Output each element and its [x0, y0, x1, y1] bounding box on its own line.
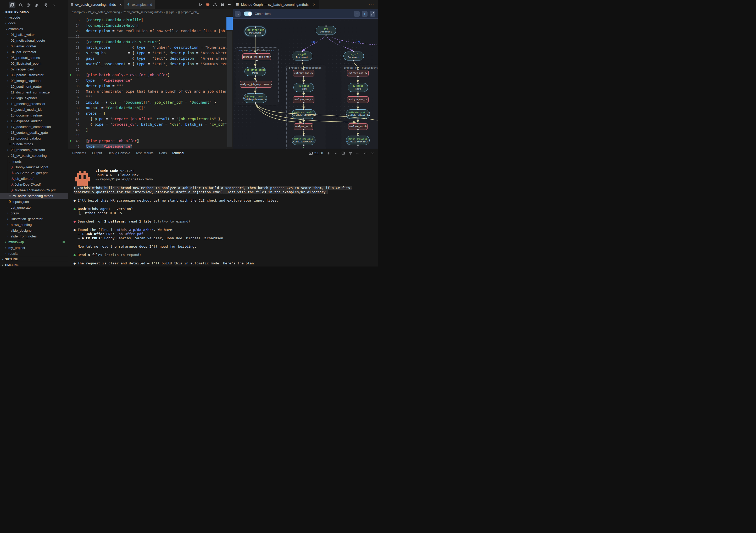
tree-item-john-doe-cv-pdf[interactable]: 人John-Doe-CV.pdf: [0, 181, 68, 187]
run-debug-icon[interactable]: [34, 2, 40, 8]
tree-item-21-cv-batch-screening[interactable]: ⌄21_cv_batch_screening: [0, 153, 68, 158]
close-icon[interactable]: [371, 151, 374, 155]
graph-node-match_analysis[interactable]: match_analysisCandidateMatch: [292, 136, 315, 145]
code-line-32[interactable]: 32: [68, 67, 227, 72]
code-line-45[interactable]: 45[pipe.prepare_job_offer]: [68, 138, 227, 144]
controllers-toggle[interactable]: [244, 12, 252, 16]
terminal[interactable]: Claude Code v2.1.68 Opus 4.6 · Claude Ma…: [68, 157, 378, 267]
split-icon[interactable]: [341, 151, 345, 155]
code-line-26[interactable]: 26: [68, 34, 227, 39]
more-icon[interactable]: [356, 151, 360, 155]
tree-item-16-expense-auditor[interactable]: ›16_expense_auditor: [0, 118, 68, 124]
panel-tab-test-results[interactable]: Test Results: [133, 149, 155, 157]
graph-node-cv_pages[interactable]: cv_pagesPage: [293, 83, 314, 92]
more-icon[interactable]: [228, 3, 232, 7]
code-line-40[interactable]: 40steps = [: [68, 111, 227, 116]
tree-item-bundle-mthds[interactable]: ☰bundle.mthds: [0, 141, 68, 147]
tree-item-results[interactable]: ›results: [0, 251, 68, 256]
search-icon[interactable]: [17, 2, 24, 8]
tree-item-08-parallel-translator[interactable]: ›08_parallel_translator: [0, 72, 68, 78]
tree-item-06-illustrated-poem[interactable]: ›06_illustrated_poem: [0, 61, 68, 66]
terminal-icon[interactable]: 2.1.68: [309, 151, 323, 155]
graph-canvas[interactable]: prepare_job_offerPipeSequenceprocess_cvP…: [233, 18, 378, 149]
chevron-down-icon[interactable]: [334, 151, 338, 155]
tree-item-cv-batch-screening-mthds[interactable]: ☰cv_batch_screening.mthds: [0, 193, 68, 199]
graph-tab[interactable]: ☰ Method Graph — cv_batch_screening.mthd…: [233, 0, 319, 9]
arrow-right-icon[interactable]: →: [235, 11, 241, 17]
code-line-46[interactable]: 46type = "PipeSequence": [68, 144, 227, 149]
panel-tab-problems[interactable]: Problems: [70, 149, 88, 157]
graph-node-job_offer_pages[interactable]: job_offer_pagesPage: [245, 67, 266, 76]
graph-node-cv_pages[interactable]: cv_pagesPage: [348, 83, 368, 92]
tree-item-slide-from-notes[interactable]: ›slide_from_notes: [0, 233, 68, 239]
code-line-42[interactable]: 42 { pipe = "process_cv", batch_over = "…: [68, 122, 227, 127]
files-icon[interactable]: [9, 2, 15, 8]
tree-item-mthds-wip[interactable]: ›mthds-wip: [0, 239, 68, 245]
tab-examples-md[interactable]: examples.md: [124, 0, 155, 9]
tree-item-14-social-media-kit[interactable]: ›14_social_media_kit: [0, 107, 68, 112]
tree-item-17-document-comparison[interactable]: ›17_document_comparison: [0, 124, 68, 130]
graph-node-job_offer_pdf[interactable]: job_offer_pdfDocument: [245, 27, 265, 36]
close-icon[interactable]: ✕: [313, 3, 316, 7]
panel-tab-output[interactable]: Output: [90, 149, 104, 157]
zoom-in-button[interactable]: +: [362, 11, 367, 17]
tree-item-job-offer-pdf[interactable]: 人job_offer.pdf: [0, 176, 68, 181]
code-line-39[interactable]: 39output = "CandidateMatch[]": [68, 105, 227, 111]
breadcrumb-item[interactable]: {}pipe: [166, 11, 175, 13]
code-line-44[interactable]: 44: [68, 133, 227, 138]
breadcrumb-item[interactable]: {}prepare_job_: [178, 11, 199, 13]
code-line-25[interactable]: 25description = "An evaluation of how we…: [68, 28, 227, 34]
breadcrumb-item[interactable]: ☰cv_batch_screening.mthds: [123, 11, 163, 13]
tab-cv-batch-screening-mthds[interactable]: ☰cv_batch_screening.mthds✕: [68, 0, 124, 9]
tree-item-02-motivational-quote[interactable]: ›02_motivational_quote: [0, 38, 68, 43]
outline-section[interactable]: › OUTLINE: [0, 256, 68, 262]
plus-icon[interactable]: [327, 151, 330, 155]
breadcrumb[interactable]: examples›21_cv_batch_screening›☰cv_batch…: [68, 9, 233, 15]
code-line-24[interactable]: 24[concept.CandidateMatch]: [68, 23, 227, 28]
trash-icon[interactable]: [349, 151, 352, 155]
graph-node-cv_pdf[interactable]: cv_pdfDocument: [343, 52, 364, 61]
tree-item-19-product-catalog[interactable]: ⌄19_product_catalog: [0, 135, 68, 141]
tree-item-09-image-captioner[interactable]: ›09_image_captioner: [0, 78, 68, 84]
code-line-28[interactable]: 28match_score = { type = "number", descr…: [68, 45, 227, 50]
graph-node-job_requirements[interactable]: job_requirementsJobRequirements: [243, 93, 267, 103]
panel-tab-debug-console[interactable]: Debug Console: [105, 149, 132, 157]
tree-item-illustration-generator[interactable]: ›illustration_generator: [0, 216, 68, 222]
graph-node-candidate_profile[interactable]: candidate_profileCandidateProfile: [292, 109, 316, 119]
timeline-section[interactable]: › TIMELINE: [0, 262, 68, 267]
scrollbar-thumb[interactable]: [227, 31, 232, 147]
tree-item-11-document-summarizer[interactable]: ›11_document_summarizer: [0, 89, 68, 95]
expand-icon[interactable]: [370, 11, 375, 17]
graph-node-candidate_profile[interactable]: candidate_profileCandidateProfile: [346, 109, 370, 119]
tree-item-my-project[interactable]: ›my_project: [0, 245, 68, 251]
git-branch-icon[interactable]: [25, 2, 32, 8]
tree-item-cat-generator[interactable]: ›cat_generator: [0, 204, 68, 210]
code-line-31[interactable]: 31overall_assessment = { type = "text", …: [68, 61, 227, 67]
tree-item-10-sentiment-router[interactable]: ›10_sentiment_router: [0, 84, 68, 89]
graph-node-cv_pdf[interactable]: cv_pdfDocument: [292, 52, 312, 61]
tree-item-slide-designer[interactable]: ›slide_designer: [0, 227, 68, 233]
tree-item-05-product-names[interactable]: ›05_product_names: [0, 55, 68, 61]
tree-item-12-logo-explorer[interactable]: ›12_logo_explorer: [0, 95, 68, 101]
code-line-37[interactable]: 37""": [68, 94, 227, 100]
extensions-icon[interactable]: [42, 2, 49, 8]
tree-item-inputs-json[interactable]: {}inputs.json: [0, 199, 68, 204]
tree-item-13-meeting-processor[interactable]: ›13_meeting_processor: [0, 101, 68, 107]
code-line-34[interactable]: 34type = "PipeSequence": [68, 78, 227, 83]
tree-item-docs[interactable]: ›docs: [0, 20, 68, 26]
panel-tab-terminal[interactable]: Terminal: [170, 149, 186, 157]
code-line-36[interactable]: 36Main orchestrator pipe that takes a bu…: [68, 89, 227, 94]
graph-node-match_analysis[interactable]: match_analysisCandidateMatch: [346, 136, 370, 145]
breadcrumb-item[interactable]: examples: [72, 11, 85, 13]
code-line-6[interactable]: 6[concept.CandidateProfile]: [68, 17, 227, 23]
tree-item-04-pdf-extractor[interactable]: ›04_pdf_extractor: [0, 49, 68, 55]
tree-item-crazy[interactable]: ›crazy: [0, 210, 68, 216]
pipelex-logo-icon[interactable]: [206, 3, 210, 7]
code-line-41[interactable]: 41 { pipe = "prepare_job_offer", result …: [68, 116, 227, 122]
tree-item-20-research-assistant[interactable]: ›20_research_assistant: [0, 147, 68, 153]
tree-item--vscode[interactable]: ›.vscode: [0, 14, 68, 20]
tree-item-news-briefing[interactable]: ›news_briefing: [0, 222, 68, 227]
code-line-38[interactable]: 38inputs = { cvs = "Document[]", job_off…: [68, 100, 227, 105]
graph-view-icon[interactable]: [213, 3, 217, 7]
tree-item-18-content-quality-gate[interactable]: ›18_content_quality_gate: [0, 130, 68, 135]
